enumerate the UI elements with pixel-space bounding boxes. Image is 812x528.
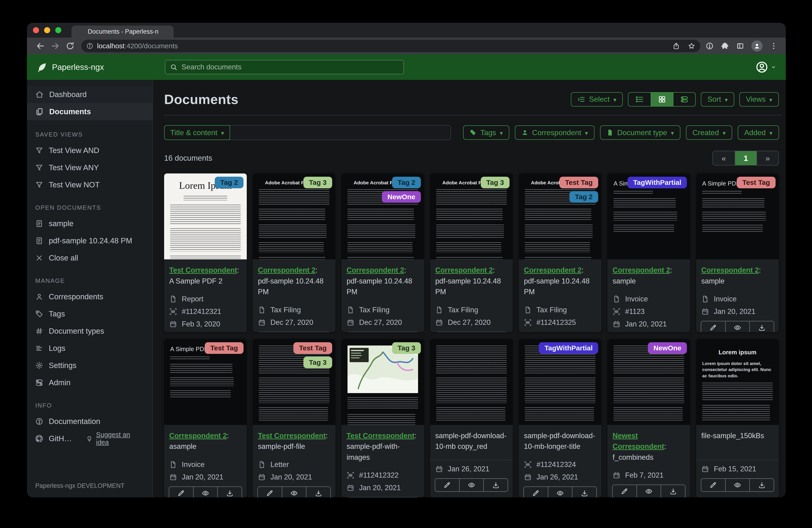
view-button[interactable]: [725, 322, 750, 332]
document-thumbnail[interactable]: [430, 339, 513, 425]
document-card[interactable]: TagWithPartialsample-pdf-download-10-mb-…: [519, 339, 601, 498]
tag-badge-tag-2[interactable]: Tag 2: [392, 177, 421, 188]
view-detail-button[interactable]: [673, 92, 695, 106]
edit-button[interactable]: [169, 487, 193, 498]
menu-dots-icon[interactable]: [769, 42, 778, 50]
brand[interactable]: Paperless-ngx: [37, 62, 153, 72]
global-search[interactable]: [165, 60, 404, 74]
views-button[interactable]: Views▾: [739, 92, 779, 106]
pagination-prev[interactable]: «: [713, 151, 735, 165]
tag-badge-newone[interactable]: NewOne: [648, 342, 687, 354]
document-thumbnail[interactable]: Adobe Acrobat PDF FilesTest TagTag 2: [519, 173, 601, 259]
forward-button[interactable]: [50, 41, 60, 51]
document-card[interactable]: Test TagTag 3Test Correspondent: sample-…: [253, 339, 335, 498]
correspondent-link[interactable]: Correspondent 2: [258, 266, 316, 274]
alert-circle-icon[interactable]: [706, 42, 714, 50]
correspondent-link[interactable]: Correspondent 2: [435, 266, 493, 274]
document-card[interactable]: sample-pdf-download-10-mb copy_redJan 26…: [430, 339, 513, 498]
tag-badge-tag-3[interactable]: Tag 3: [303, 357, 332, 368]
filter-correspondent-button[interactable]: Correspondent▾: [515, 125, 594, 140]
view-button[interactable]: [282, 487, 306, 498]
share-icon[interactable]: [672, 42, 680, 50]
sidebar-link-suggest-an-idea[interactable]: Suggest an idea: [86, 431, 144, 446]
minimize-window-button[interactable]: [44, 27, 50, 33]
sidebar-item-documentation[interactable]: Documentation: [27, 413, 153, 430]
bookmark-star-icon[interactable]: [688, 42, 695, 50]
sidebar-item-documents[interactable]: Documents: [27, 103, 153, 120]
view-grid-button[interactable]: [651, 92, 673, 106]
download-button[interactable]: [749, 322, 774, 332]
site-info-icon[interactable]: [86, 42, 93, 49]
document-card[interactable]: Adobe Acrobat PDF FilesTag 3Corresponden…: [430, 173, 513, 332]
correspondent-link[interactable]: Newest Correspondent: [613, 432, 664, 451]
tag-badge-tagwithpartial[interactable]: TagWithPartial: [627, 177, 687, 188]
sidebar-item-tags[interactable]: Tags: [27, 305, 153, 323]
pagination-next[interactable]: »: [756, 151, 778, 165]
view-button[interactable]: [725, 479, 750, 491]
edit-button[interactable]: [258, 487, 282, 498]
sidebar-item-document-types[interactable]: Document types: [27, 323, 153, 340]
sidebar-item-test-view-any[interactable]: Test View ANY: [27, 159, 153, 176]
sort-button[interactable]: Sort▾: [701, 92, 734, 106]
select-button[interactable]: Select▾: [571, 92, 623, 106]
edit-button[interactable]: [613, 485, 637, 497]
document-thumbnail[interactable]: Adobe Acrobat PDF FilesTag 2NewOne: [342, 173, 424, 259]
tag-badge-newone[interactable]: NewOne: [382, 191, 421, 203]
tag-badge-tag-2[interactable]: Tag 2: [215, 177, 244, 188]
user-menu[interactable]: [756, 61, 776, 73]
sidebar-item-correspondents[interactable]: Correspondents: [27, 288, 153, 305]
document-thumbnail[interactable]: Adobe Acrobat PDF FilesTag 3: [430, 173, 513, 259]
tag-badge-test-tag[interactable]: Test Tag: [560, 177, 598, 188]
document-card[interactable]: Adobe Acrobat PDF FilesTag 3Corresponden…: [253, 173, 335, 332]
sidebar-item-settings[interactable]: Settings: [27, 357, 153, 374]
download-button[interactable]: [661, 485, 685, 497]
edit-button[interactable]: [524, 487, 548, 498]
side-panel-icon[interactable]: [736, 42, 744, 50]
tag-badge-test-tag[interactable]: Test Tag: [293, 342, 332, 354]
download-button[interactable]: [749, 479, 774, 491]
edit-button[interactable]: [435, 479, 459, 491]
tag-badge-tag-2[interactable]: Tag 2: [569, 191, 598, 203]
sidebar-item-sample[interactable]: sample: [27, 215, 153, 232]
title-content-dropdown[interactable]: Title & content▾: [164, 125, 230, 140]
sidebar-item-test-view-not[interactable]: Test View NOT: [27, 176, 153, 194]
edit-button[interactable]: [701, 322, 725, 332]
download-button[interactable]: [217, 487, 242, 498]
search-input[interactable]: [182, 63, 399, 71]
title-content-input[interactable]: [230, 125, 451, 140]
zoom-window-button[interactable]: [55, 27, 61, 33]
tab-search-chevron-icon[interactable]: [770, 27, 778, 34]
filter-tags-button[interactable]: Tags▾: [463, 125, 509, 140]
sidebar-item-github[interactable]: GitHubSuggest an idea: [27, 430, 153, 447]
correspondent-link[interactable]: Correspondent 2: [701, 266, 759, 274]
sidebar-item-logs[interactable]: Logs: [27, 340, 153, 357]
correspondent-link[interactable]: Correspondent 2: [613, 266, 670, 274]
view-button[interactable]: [459, 479, 483, 491]
download-button[interactable]: [483, 479, 508, 491]
document-card[interactable]: A Simple PDF FileTest TagCorrespondent 2…: [696, 173, 779, 332]
filter-created-button[interactable]: Created▾: [686, 125, 732, 140]
document-thumbnail[interactable]: A Simple PDF FileTest Tag: [164, 339, 247, 425]
document-card[interactable]: A Simple PDF FileTagWithPartialCorrespon…: [608, 173, 690, 332]
download-button[interactable]: [572, 487, 596, 498]
tab-close-icon[interactable]: [162, 29, 168, 34]
download-button[interactable]: [306, 487, 330, 498]
document-thumbnail[interactable]: Adobe Acrobat PDF FilesTag 3: [253, 173, 335, 259]
document-card[interactable]: Lorem IpsumTag 2Test Correspondent: A Sa…: [164, 173, 247, 332]
correspondent-link[interactable]: Test Correspondent: [169, 266, 237, 274]
document-thumbnail[interactable]: TagWithPartial: [519, 339, 601, 425]
correspondent-link[interactable]: Test Correspondent: [347, 432, 414, 440]
document-thumbnail[interactable]: Lorem ipsumLorem ipsum dolor sit amet, c…: [696, 339, 779, 425]
view-button[interactable]: [193, 487, 218, 498]
tag-badge-test-tag[interactable]: Test Tag: [205, 342, 244, 354]
browser-tab[interactable]: Documents - Paperless-ngx: [72, 26, 174, 38]
correspondent-link[interactable]: Correspondent 2: [347, 266, 404, 274]
document-card[interactable]: Tag 3Test Correspondent: sample-pdf-with…: [342, 339, 424, 498]
traffic-lights[interactable]: [33, 27, 61, 33]
document-thumbnail[interactable]: Test TagTag 3: [253, 339, 335, 425]
correspondent-link[interactable]: Correspondent 2: [169, 432, 227, 440]
sidebar-item-close-all[interactable]: Close all: [27, 249, 153, 267]
correspondent-link[interactable]: Correspondent 2: [524, 266, 581, 274]
document-thumbnail[interactable]: A Simple PDF FileTest Tag: [696, 173, 779, 259]
view-button[interactable]: [637, 485, 661, 497]
